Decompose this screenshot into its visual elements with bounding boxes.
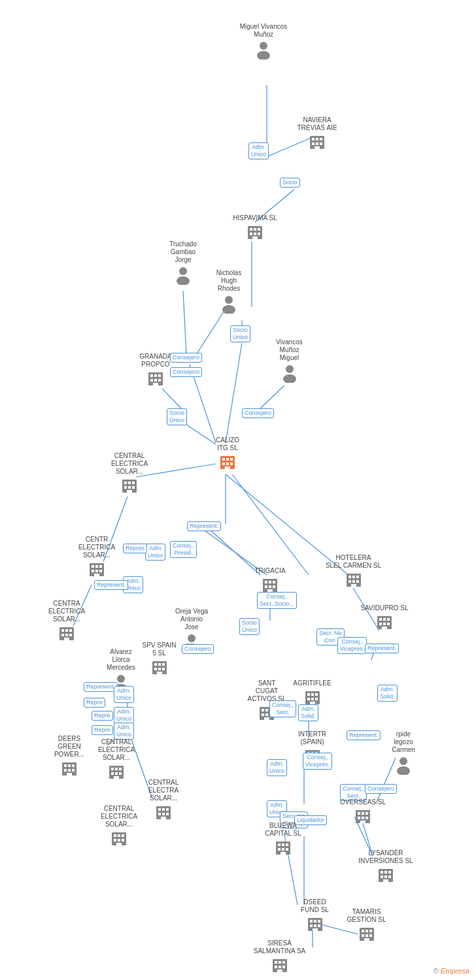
svg-rect-223 bbox=[310, 924, 313, 927]
svg-rect-230 bbox=[369, 930, 372, 932]
svg-rect-181 bbox=[162, 808, 165, 811]
svg-point-178 bbox=[397, 766, 410, 775]
svg-line-8 bbox=[162, 389, 183, 410]
node-vivancos-miguel[interactable]: VivancosMuñozMiguel bbox=[262, 338, 317, 383]
svg-rect-121 bbox=[379, 623, 382, 625]
svg-line-10 bbox=[258, 385, 284, 410]
badge-adm-unico-6: Adm.Unico bbox=[114, 723, 134, 740]
building-icon-central-1 bbox=[120, 477, 139, 495]
svg-rect-196 bbox=[278, 843, 280, 846]
svg-rect-54 bbox=[252, 237, 258, 239]
svg-rect-67 bbox=[158, 379, 161, 382]
building-icon-central-2 bbox=[88, 561, 106, 579]
badge-consej-secr-socio: Consej.,Secr.,Socio... bbox=[257, 592, 297, 609]
svg-rect-95 bbox=[65, 629, 68, 632]
svg-rect-50 bbox=[258, 228, 260, 231]
svg-rect-68 bbox=[153, 383, 158, 385]
badge-socio-unico-3: SocioÚnico bbox=[239, 618, 260, 635]
svg-rect-241 bbox=[282, 966, 285, 968]
node-naviera-trevias[interactable]: NAVIERATREVIAS AIE bbox=[288, 116, 347, 152]
svg-rect-74 bbox=[226, 463, 229, 465]
node-siresa[interactable]: SIRESASALMANTINA SA bbox=[248, 939, 311, 975]
svg-rect-73 bbox=[222, 463, 225, 465]
svg-rect-48 bbox=[250, 228, 252, 231]
badge-consej-presid: Consej.,Presid. bbox=[170, 541, 197, 558]
svg-rect-112 bbox=[356, 576, 359, 578]
svg-rect-97 bbox=[61, 634, 64, 636]
svg-rect-240 bbox=[279, 966, 281, 968]
node-central-6[interactable]: CENTRALELECTRICASOLAR... bbox=[93, 805, 145, 848]
svg-rect-157 bbox=[64, 769, 67, 772]
svg-point-135 bbox=[117, 675, 125, 683]
svg-rect-111 bbox=[352, 576, 355, 578]
node-calizo-itg[interactable]: CALIZOITG SL bbox=[201, 436, 254, 472]
person-icon-miguel bbox=[254, 40, 273, 59]
svg-rect-146 bbox=[307, 693, 310, 696]
badge-represent-4: Represent. bbox=[84, 682, 118, 692]
svg-rect-134 bbox=[157, 672, 162, 674]
node-deers-green[interactable]: DEERSGREENPOWER... bbox=[43, 735, 95, 778]
svg-point-59 bbox=[286, 365, 294, 373]
node-central-1[interactable]: CENTRALELECTRICASOLAR... bbox=[103, 452, 156, 495]
badge-represent-1: Represent. bbox=[187, 521, 221, 531]
svg-rect-120 bbox=[387, 618, 390, 621]
building-icon-savidupro bbox=[375, 613, 394, 632]
node-miguel-vivancos[interactable]: Miguel Vivancos Muñoz bbox=[234, 23, 293, 59]
svg-rect-210 bbox=[360, 821, 366, 823]
badge-consejero-4: Consejero bbox=[182, 644, 214, 654]
svg-rect-199 bbox=[278, 848, 280, 851]
node-tamaris[interactable]: TAMARISGESTION SL bbox=[339, 908, 394, 943]
svg-rect-142 bbox=[265, 713, 268, 716]
node-central-2[interactable]: CENTRELECTRICASOLAR... bbox=[71, 536, 123, 579]
badge-adm-unico-4: Adm.Unico bbox=[114, 686, 134, 703]
svg-rect-148 bbox=[315, 693, 318, 696]
svg-rect-130 bbox=[162, 663, 165, 666]
node-rpide-legozo[interactable]: rpidelegozoCarmen bbox=[377, 730, 430, 775]
svg-rect-228 bbox=[362, 930, 364, 932]
svg-rect-183 bbox=[158, 813, 161, 815]
svg-rect-43 bbox=[312, 142, 314, 145]
svg-rect-186 bbox=[161, 817, 166, 819]
svg-rect-115 bbox=[356, 580, 359, 583]
svg-rect-167 bbox=[119, 772, 122, 775]
node-lysander[interactable]: LYSANDERINVERSIONES SL bbox=[353, 849, 418, 885]
badge-adm-unico-7: Adm.Unico bbox=[267, 759, 287, 776]
svg-rect-141 bbox=[262, 713, 264, 716]
building-icon-siresa bbox=[271, 956, 289, 975]
node-central-5[interactable]: CENTRALELECTRASOLAR... bbox=[137, 779, 190, 822]
node-hotelera[interactable]: HOTELERASLEL CARMEN SL bbox=[319, 554, 388, 589]
svg-rect-225 bbox=[318, 924, 320, 927]
svg-rect-236 bbox=[275, 961, 277, 964]
node-overseas[interactable]: OVERSEAS SL bbox=[337, 798, 389, 826]
badge-consejero-2: Consejero bbox=[170, 367, 202, 377]
badge-adm-unico-5: Adm.Unico bbox=[114, 707, 134, 724]
svg-rect-42 bbox=[320, 138, 322, 140]
svg-rect-194 bbox=[116, 843, 122, 845]
svg-rect-72 bbox=[230, 458, 233, 461]
node-trigacia[interactable]: TRIGACIA bbox=[247, 567, 293, 595]
svg-rect-107 bbox=[273, 585, 275, 588]
svg-rect-212 bbox=[381, 871, 383, 874]
node-bluewa[interactable]: BLUEWACAPITAL SL bbox=[257, 822, 309, 857]
node-truchado[interactable]: TruchadoGambaoJorge bbox=[157, 240, 209, 285]
person-icon-rpide bbox=[394, 755, 413, 775]
node-savidupro[interactable]: SAVIDUPRO SL bbox=[358, 604, 411, 632]
org-chart-canvas: Miguel Vivancos Muñoz NAVIERATREVIAS AIE… bbox=[0, 0, 476, 980]
svg-rect-151 bbox=[315, 698, 318, 700]
node-hispavima[interactable]: HISPAVIMA SL bbox=[229, 214, 281, 242]
svg-point-60 bbox=[283, 374, 296, 383]
svg-rect-123 bbox=[387, 623, 390, 625]
node-central-3[interactable]: CENTRAELECTRICASOLAR... bbox=[41, 600, 93, 643]
node-agritiflee[interactable]: AGRITIFLEE bbox=[288, 679, 337, 707]
node-central-4[interactable]: CENTRALELECTRICASOLAR... bbox=[90, 738, 143, 781]
svg-rect-84 bbox=[127, 490, 132, 493]
svg-rect-79 bbox=[128, 482, 131, 484]
svg-rect-166 bbox=[115, 772, 118, 775]
svg-rect-40 bbox=[312, 138, 314, 140]
svg-rect-90 bbox=[95, 570, 98, 572]
building-icon-central-3 bbox=[58, 625, 76, 643]
svg-rect-110 bbox=[348, 576, 351, 578]
node-dseed-fund[interactable]: DSEEDFUND SL bbox=[290, 898, 339, 934]
svg-rect-44 bbox=[316, 142, 318, 145]
node-nicholas[interactable]: NicholasHughRhodes bbox=[203, 269, 255, 314]
